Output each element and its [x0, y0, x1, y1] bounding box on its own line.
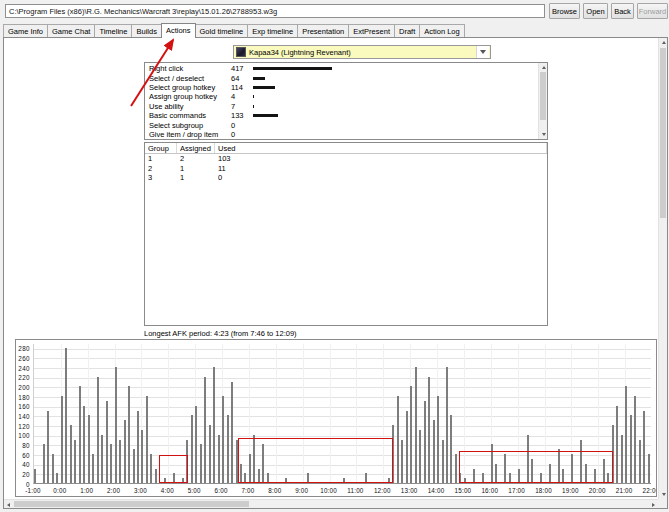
scroll-left-icon[interactable] — [4, 500, 13, 509]
chart-bar — [141, 430, 143, 483]
stat-label: Basic commands — [145, 111, 231, 120]
list-item[interactable]: Assign group hotkey4 — [145, 92, 538, 101]
tab-exp-timeline[interactable]: Exp timeline — [247, 24, 298, 37]
forward-button[interactable]: Forward — [637, 3, 668, 19]
scroll-right-icon[interactable] — [649, 500, 658, 509]
vertical-scrollbar[interactable] — [658, 38, 667, 499]
chart-bar — [137, 411, 139, 483]
gridline — [34, 397, 651, 398]
table-cell: 0 — [215, 173, 547, 182]
chart-bar — [410, 386, 412, 483]
chart-y-axis: 020406080100120140160180200220240260280 — [16, 344, 32, 484]
chart-bar — [200, 444, 202, 483]
chart-bar — [74, 440, 76, 483]
x-tick-label: 8:00 — [268, 487, 281, 494]
chart-bar — [119, 440, 121, 483]
stat-value: 7 — [231, 102, 253, 111]
chart-bar — [83, 406, 85, 483]
scroll-down-icon[interactable] — [659, 490, 668, 499]
chart-bar — [106, 401, 108, 483]
tab-game-chat[interactable]: Game Chat — [47, 24, 95, 37]
stats-scrollbar[interactable] — [538, 63, 547, 139]
list-item[interactable]: Basic commands133 — [145, 111, 538, 120]
chart-bar — [621, 435, 623, 483]
x-tick-label: 21:00 — [616, 487, 633, 494]
x-tick-label: 4:00 — [161, 487, 174, 494]
groups-table-body: 121032111310 — [145, 154, 547, 183]
table-row[interactable]: 2111 — [145, 164, 547, 174]
chart-bar — [52, 454, 54, 483]
x-tick-label: 15:00 — [455, 487, 472, 494]
table-cell: 103 — [215, 154, 547, 163]
stat-bar — [253, 86, 275, 89]
stat-label: Give item / drop item — [145, 130, 231, 139]
tab-actions[interactable]: Actions — [161, 23, 196, 38]
tab-extpresent[interactable]: ExtPresent — [348, 24, 395, 37]
annotation-box — [159, 455, 189, 483]
chart-bar — [231, 382, 233, 483]
browse-button[interactable]: Browse — [549, 3, 580, 19]
x-tick-label: 16:00 — [481, 487, 498, 494]
stat-label: Assign group hotkey — [145, 92, 231, 101]
list-item[interactable]: Select subgroup0 — [145, 120, 538, 129]
x-tick-label: 7:00 — [241, 487, 254, 494]
chart-bar — [56, 473, 58, 483]
list-item[interactable]: Use ability7 — [145, 102, 538, 111]
chevron-down-icon[interactable] — [476, 46, 489, 58]
y-tick-label: 160 — [18, 403, 30, 410]
x-tick-label: -1:00 — [25, 487, 40, 494]
chart-bar — [397, 396, 399, 483]
groups-header-cell: Assigned — [177, 143, 215, 153]
stats-scrollbar-thumb[interactable] — [540, 72, 546, 120]
x-tick-label: 1:00 — [80, 487, 93, 494]
tab-action-log[interactable]: Action Log — [419, 24, 464, 37]
table-row[interactable]: 310 — [145, 173, 547, 183]
tab-presentation[interactable]: Presentation — [297, 24, 349, 37]
table-row[interactable]: 12103 — [145, 154, 547, 164]
list-item[interactable]: Select group hotkey114 — [145, 83, 538, 92]
gridline — [34, 436, 651, 437]
tab-gold-timeline[interactable]: Gold timeline — [195, 24, 249, 37]
tab-game-info[interactable]: Game Info — [3, 24, 48, 37]
groups-header-cell: Used — [215, 143, 547, 153]
vertical-scrollbar-thumb[interactable] — [660, 48, 666, 218]
horizontal-scrollbar[interactable] — [4, 499, 658, 508]
open-button[interactable]: Open — [583, 3, 608, 19]
scroll-up-icon[interactable] — [659, 38, 668, 47]
content-panel: Kapaa34 (Lightning Revenant) Right click… — [3, 37, 668, 509]
scroll-down-icon[interactable] — [539, 130, 548, 139]
annotation-box — [459, 451, 614, 483]
table-cell: 2 — [177, 154, 215, 163]
x-tick-label: 13:00 — [401, 487, 418, 494]
x-tick-label: 18:00 — [535, 487, 552, 494]
stat-label: Right click — [145, 64, 231, 73]
y-tick-label: 60 — [22, 452, 30, 459]
player-select[interactable]: Kapaa34 (Lightning Revenant) — [233, 45, 491, 59]
horizontal-scrollbar-thumb[interactable] — [14, 501, 249, 507]
chart-bar — [70, 425, 72, 483]
scroll-up-icon[interactable] — [539, 63, 548, 72]
chart-bar — [97, 377, 99, 483]
y-tick-label: 20 — [22, 471, 30, 478]
x-tick-label: 20:00 — [589, 487, 606, 494]
chart-bar — [236, 440, 238, 483]
tab-builds[interactable]: Builds — [131, 24, 161, 37]
chart-bar — [204, 377, 206, 483]
chart-bar — [133, 449, 135, 483]
list-item[interactable]: Select / deselect64 — [145, 73, 538, 82]
chart-bar — [428, 377, 430, 483]
stat-value: 417 — [231, 64, 253, 73]
back-button[interactable]: Back — [611, 3, 634, 19]
tab-timeline[interactable]: Timeline — [94, 24, 132, 37]
chart-bar — [61, 396, 63, 483]
table-cell: 1 — [145, 154, 177, 163]
list-item[interactable]: Give item / drop item0 — [145, 130, 538, 139]
stat-value: 0 — [231, 130, 253, 139]
x-tick-label: 22:00 — [643, 487, 657, 494]
tab-draft[interactable]: Draft — [394, 24, 420, 37]
list-item[interactable]: Right click417 — [145, 64, 538, 73]
x-tick-label: 5:00 — [188, 487, 201, 494]
replay-path-input[interactable] — [5, 4, 545, 18]
gridline — [34, 349, 651, 350]
stat-bar — [253, 95, 254, 98]
